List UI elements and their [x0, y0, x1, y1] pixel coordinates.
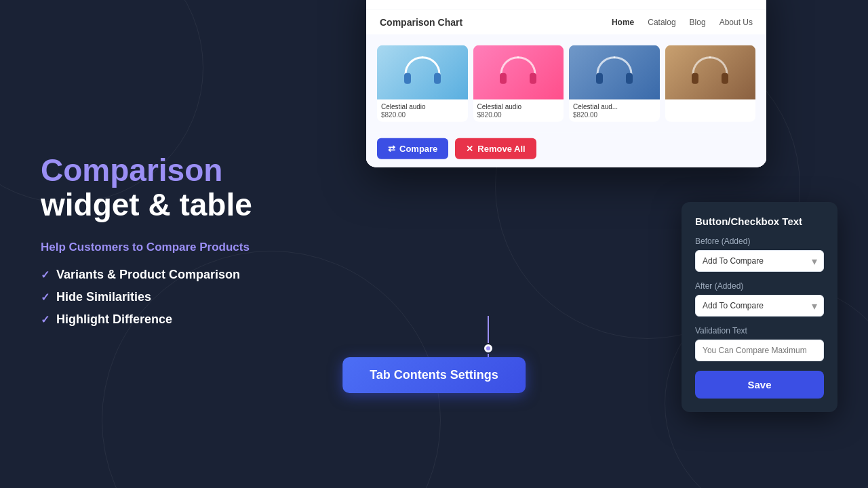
product-info-1: Celestial audio $820.00	[377, 100, 468, 122]
headphone-svg-4	[690, 54, 730, 91]
product-img-2	[473, 45, 564, 100]
nav-link-about[interactable]: About Us	[719, 18, 753, 27]
product-price-2: $820.00	[477, 111, 560, 119]
check-icon-3: ✓	[41, 313, 50, 326]
browser-content: Comparison Chart Home Catalog Blog About…	[366, 10, 766, 167]
compare-label: Compare	[399, 144, 437, 154]
nav-link-home[interactable]: Home	[612, 18, 634, 27]
feature-item-3: ✓ Highlight Difference	[41, 312, 312, 327]
headphone-svg-3	[594, 54, 635, 91]
nav-brand: Comparison Chart	[380, 17, 462, 28]
connector-line-top	[488, 316, 489, 343]
product-img-4	[665, 45, 756, 100]
main-title: Comparison widget & table	[41, 153, 312, 222]
before-select-wrapper: Add To Compare ▾	[695, 250, 824, 272]
nav-links: Home Catalog Blog About Us	[612, 18, 753, 27]
svg-rect-4	[596, 73, 603, 83]
product-info-2: Celestial audio $820.00	[473, 100, 564, 122]
validation-input[interactable]	[695, 340, 824, 361]
svg-rect-3	[530, 73, 536, 83]
remove-all-button[interactable]: ✕ Remove All	[455, 138, 536, 159]
before-label: Before (Added)	[695, 237, 824, 246]
subtitle: Help Customers to Compare Products	[41, 241, 312, 254]
left-panel: Comparison widget & table Help Customers…	[41, 153, 312, 335]
nav-link-blog[interactable]: Blog	[690, 18, 706, 27]
product-price-1: $820.00	[381, 111, 464, 119]
product-img-3	[569, 45, 660, 100]
tab-contents-settings-button[interactable]: Tab Contents Settings	[342, 357, 526, 393]
product-card-3: Celestial aud... $820.00	[569, 45, 660, 122]
feature-list: ✓ Variants & Product Comparison ✓ Hide S…	[41, 268, 312, 327]
svg-rect-5	[626, 73, 633, 83]
feature-text-2: Hide Similarities	[56, 290, 151, 304]
save-button[interactable]: Save	[695, 371, 824, 399]
svg-rect-0	[404, 73, 411, 83]
product-name-3: Celestial aud...	[573, 103, 656, 110]
browser-mockup: ⌂ add to compare from collection page ≡ …	[366, 0, 766, 167]
browser-actions: ⇄ Compare ✕ Remove All	[366, 133, 766, 167]
feature-text-1: Variants & Product Comparison	[56, 268, 240, 282]
remove-label: Remove All	[477, 144, 525, 154]
product-name-1: Celestial audio	[381, 103, 464, 110]
title-purple: Comparison	[41, 152, 222, 188]
compare-icon: ⇄	[388, 144, 395, 154]
compare-button[interactable]: ⇄ Compare	[377, 138, 448, 159]
product-card-4	[665, 45, 756, 122]
product-card-1: Celestial audio $820.00	[377, 45, 468, 122]
product-name-2: Celestial audio	[477, 103, 560, 110]
product-info-3: Celestial aud... $820.00	[569, 100, 660, 122]
after-select[interactable]: Add To Compare	[695, 295, 824, 317]
product-card-2: Celestial audio $820.00	[473, 45, 564, 122]
after-label: After (Added)	[695, 281, 824, 291]
title-white: widget & table	[41, 187, 252, 222]
after-select-wrapper: Add To Compare ▾	[695, 295, 824, 317]
feature-item-2: ✓ Hide Similarities	[41, 290, 312, 304]
svg-rect-1	[434, 73, 441, 83]
feature-item-1: ✓ Variants & Product Comparison	[41, 268, 312, 282]
product-price-3: $820.00	[573, 111, 656, 119]
check-icon-2: ✓	[41, 291, 50, 304]
feature-text-3: Highlight Difference	[56, 312, 172, 327]
settings-popup: Button/Checkbox Text Before (Added) Add …	[682, 202, 837, 412]
product-grid: Celestial audio $820.00 Celestial audio	[366, 35, 766, 133]
browser-topbar: ⌂ add to compare from collection page ≡	[366, 0, 766, 10]
popup-title: Button/Checkbox Text	[695, 216, 824, 227]
before-select[interactable]: Add To Compare	[695, 250, 824, 272]
remove-icon: ✕	[466, 144, 473, 154]
validation-label: Validation Text	[695, 326, 824, 336]
check-icon-1: ✓	[41, 268, 50, 281]
nav-link-catalog[interactable]: Catalog	[648, 18, 675, 27]
headphone-svg-2	[498, 54, 538, 91]
svg-rect-2	[500, 73, 507, 83]
product-img-1	[377, 45, 468, 100]
headphone-svg-1	[402, 54, 443, 91]
connector-dot	[484, 344, 492, 352]
svg-rect-6	[692, 73, 698, 83]
product-info-4	[665, 100, 756, 107]
inner-nav: Comparison Chart Home Catalog Blog About…	[366, 10, 766, 35]
svg-rect-7	[722, 73, 728, 83]
